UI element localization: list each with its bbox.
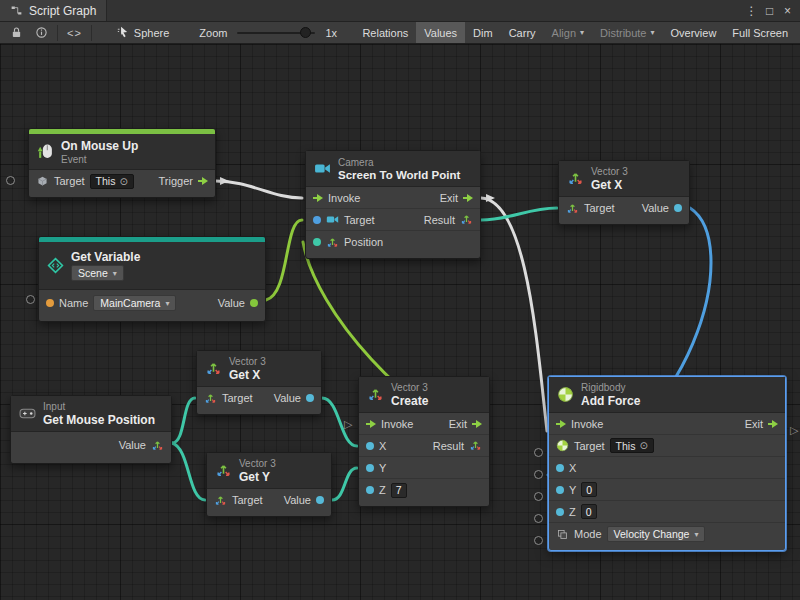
tab-script-graph[interactable]: Script Graph bbox=[0, 0, 107, 21]
z-input-port[interactable] bbox=[556, 508, 564, 516]
wire-variable-to-camera-target[interactable] bbox=[266, 220, 302, 300]
port-row: Y bbox=[359, 457, 489, 479]
zoom-slider-handle[interactable] bbox=[300, 27, 311, 38]
chevron-down-icon: ▾ bbox=[694, 530, 698, 539]
close-button[interactable]: × bbox=[780, 4, 795, 18]
invoke-input-port[interactable] bbox=[366, 420, 376, 428]
node-get-mouse-position[interactable]: Input Get Mouse Position Value bbox=[10, 395, 172, 464]
node-type: Vector 3 bbox=[229, 356, 266, 367]
external-port-circle[interactable] bbox=[534, 448, 543, 457]
relations-button[interactable]: Relations bbox=[354, 22, 416, 43]
port-row: Z 0 bbox=[549, 501, 785, 523]
vector-value-output-port[interactable] bbox=[151, 439, 164, 452]
info-button[interactable] bbox=[29, 22, 54, 43]
x-label: X bbox=[379, 440, 386, 452]
rigidbody-target-input-port[interactable] bbox=[556, 439, 569, 452]
fullscreen-button[interactable]: Full Screen bbox=[724, 22, 796, 43]
align-button[interactable]: Align▾ bbox=[544, 22, 592, 43]
vector3-target-input-port[interactable] bbox=[214, 494, 227, 507]
node-vector3-get-y[interactable]: Vector 3 Get Y Target Value bbox=[206, 452, 332, 517]
external-port-circle[interactable] bbox=[6, 176, 15, 185]
node-vector3-create[interactable]: Vector 3 Create Invoke Exit X Result bbox=[358, 376, 490, 507]
z-value-field[interactable]: 0 bbox=[581, 504, 597, 519]
unconnected-flow-input[interactable]: ▷ bbox=[344, 419, 352, 430]
y-value-field[interactable]: 0 bbox=[581, 482, 597, 497]
external-port-circle[interactable] bbox=[534, 492, 543, 501]
selected-object[interactable]: Sphere bbox=[111, 22, 175, 43]
button-label: Carry bbox=[509, 27, 536, 39]
exit-label: Exit bbox=[440, 192, 458, 204]
wire-mouse-to-gety[interactable] bbox=[172, 443, 205, 500]
wire-gety-to-create-y[interactable] bbox=[332, 468, 357, 500]
value-label: Value bbox=[218, 297, 245, 309]
unconnected-flow-output[interactable]: ▷ bbox=[790, 425, 798, 436]
external-port-circle[interactable] bbox=[534, 470, 543, 479]
exit-output-port[interactable] bbox=[472, 420, 482, 428]
value-output-port[interactable] bbox=[316, 496, 324, 504]
node-vector3-get-x-mid[interactable]: Vector 3 Get X Target Value bbox=[196, 350, 322, 415]
code-view-button[interactable]: <> bbox=[61, 22, 88, 43]
vector3-result-output-port[interactable] bbox=[469, 439, 482, 452]
dim-button[interactable]: Dim bbox=[465, 22, 501, 43]
z-input-port[interactable] bbox=[366, 486, 374, 494]
input-device-icon bbox=[19, 405, 36, 422]
trigger-output-port[interactable] bbox=[198, 177, 208, 185]
camera-icon bbox=[314, 160, 331, 177]
script-graph-icon bbox=[10, 4, 23, 17]
camera-target-input-port[interactable] bbox=[313, 216, 321, 224]
z-value-field[interactable]: 7 bbox=[391, 483, 407, 498]
graph-canvas[interactable]: ▷ ▷ On Mouse Up Event Target This⊙ Trigg… bbox=[0, 44, 800, 600]
distribute-button[interactable]: Distribute▾ bbox=[592, 22, 662, 43]
window-menu-button[interactable]: ⋮ bbox=[744, 4, 759, 18]
z-label: Z bbox=[379, 484, 386, 496]
vector3-type-icon bbox=[326, 236, 339, 249]
wire-result-to-getx-top[interactable] bbox=[481, 208, 557, 220]
this-chip[interactable]: This⊙ bbox=[610, 438, 654, 453]
node-vector3-get-x-top[interactable]: Vector 3 Get X Target Value bbox=[558, 160, 690, 225]
exit-output-port[interactable] bbox=[463, 194, 473, 202]
vector3-result-output-port[interactable] bbox=[460, 213, 473, 226]
position-input-port[interactable] bbox=[313, 238, 321, 246]
lock-icon bbox=[10, 26, 23, 39]
button-label: Relations bbox=[362, 27, 408, 39]
x-input-port[interactable] bbox=[366, 442, 374, 450]
value-output-port[interactable] bbox=[674, 204, 682, 212]
chevron-down-icon: ▾ bbox=[580, 28, 584, 37]
wire-mouse-to-getx[interactable] bbox=[172, 398, 195, 443]
node-screen-to-world-point[interactable]: Camera Screen To World Point Invoke Exit… bbox=[305, 150, 481, 259]
result-label: Result bbox=[433, 440, 464, 452]
external-port-circle[interactable] bbox=[534, 536, 543, 545]
variable-name-dropdown[interactable]: MainCamera▾ bbox=[93, 295, 176, 311]
y-input-port[interactable] bbox=[366, 464, 374, 472]
force-mode-dropdown[interactable]: Velocity Change▾ bbox=[607, 526, 706, 542]
node-get-variable[interactable]: Get Variable Scene▾ Name MainCamera▾ Val… bbox=[38, 236, 266, 322]
values-button[interactable]: Values bbox=[416, 22, 465, 43]
value-output-port[interactable] bbox=[306, 394, 314, 402]
node-add-force[interactable]: Rigidbody Add Force Invoke Exit Target T… bbox=[548, 376, 786, 551]
external-port-circle[interactable] bbox=[534, 514, 543, 523]
exit-output-port[interactable] bbox=[768, 420, 778, 428]
external-port-circle[interactable] bbox=[26, 295, 35, 304]
carry-button[interactable]: Carry bbox=[501, 22, 544, 43]
wire-exit-to-addforce-invoke[interactable] bbox=[481, 198, 547, 431]
invoke-input-port[interactable] bbox=[313, 194, 323, 202]
node-on-mouse-up[interactable]: On Mouse Up Event Target This⊙ Trigger bbox=[28, 128, 216, 198]
x-input-port[interactable] bbox=[556, 464, 564, 472]
variable-scope-dropdown[interactable]: Scene▾ bbox=[71, 265, 124, 281]
this-chip[interactable]: This⊙ bbox=[90, 174, 134, 189]
vector3-target-input-port[interactable] bbox=[566, 202, 579, 215]
y-input-port[interactable] bbox=[556, 486, 564, 494]
maximize-button[interactable]: □ bbox=[762, 4, 777, 18]
port-row: Invoke Exit bbox=[359, 413, 489, 435]
overview-button[interactable]: Overview bbox=[663, 22, 725, 43]
zoom-slider[interactable] bbox=[237, 32, 315, 34]
name-input-port[interactable] bbox=[46, 299, 54, 307]
vector3-target-input-port[interactable] bbox=[204, 392, 217, 405]
value-output-port[interactable] bbox=[250, 299, 258, 307]
lock-button[interactable] bbox=[4, 22, 29, 43]
node-header: Get Variable Scene▾ bbox=[39, 242, 265, 290]
chevron-down-icon: ▾ bbox=[651, 28, 655, 37]
port-row: Invoke Exit bbox=[306, 187, 480, 209]
invoke-input-port[interactable] bbox=[556, 420, 566, 428]
wire-trigger-to-invoke[interactable] bbox=[216, 181, 302, 198]
